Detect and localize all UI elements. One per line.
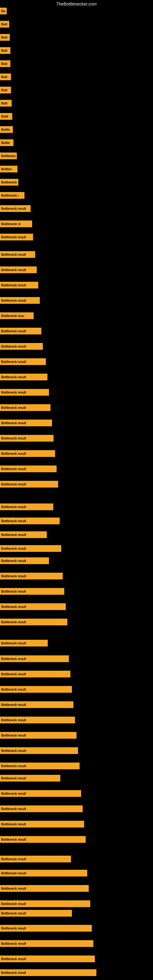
bar-fill: Bottleneck result (0, 655, 69, 662)
bar-label: Bottleneck result (1, 719, 26, 722)
bar-label: Bottleneck result (1, 620, 26, 624)
bar-fill: Bottle (0, 126, 13, 133)
bar-item: Bottleneck result (0, 404, 51, 411)
bar-fill: Bottleneck result (0, 747, 78, 754)
bar-item: Bottleneck result (0, 343, 43, 350)
bar-label: Bottleneck result (1, 912, 26, 915)
bar-label: Bottleneck result (1, 776, 26, 780)
bar-item: Bottleneck result (0, 205, 30, 212)
bar-item: Bott (0, 73, 11, 80)
bar-label: Bottleneck result (1, 838, 26, 841)
bar-label: Bott (1, 49, 7, 52)
bar-item: Bottleneck result (0, 358, 46, 365)
bar-label: Bottleneck resu (1, 314, 24, 318)
bar-label: Bottleneck result (1, 657, 26, 660)
bar-label: Bottleneck result (1, 957, 26, 961)
bar-label: Bottleneck result (1, 734, 26, 737)
bar-fill: Bottleneck result (0, 557, 49, 564)
bar-item: Bott (0, 34, 10, 41)
bar-label: Bottleneck result (1, 942, 26, 945)
bar-label: Bottleneck result (1, 887, 26, 890)
bar-label: Bott (1, 62, 7, 65)
bar-label: Bott (1, 102, 7, 105)
bar-item: Bottleneck result (0, 557, 49, 564)
bar-label: Bottleneck result (1, 605, 26, 609)
bar-label: Bottleneck r (1, 194, 19, 197)
bar-item: Bottleneck result (0, 885, 89, 892)
bar-item: Bottle (0, 139, 13, 146)
bar-fill: Bottleneck result (0, 234, 33, 240)
bar-item: Bottleneck result (0, 762, 80, 769)
bar-item: Bottleneck result (0, 573, 63, 579)
bar-label: Bottleneck result (1, 688, 26, 691)
bar-fill: Bottleneck result (0, 969, 96, 976)
bar-item: Bottleneck result (0, 619, 67, 625)
site-title: TheBottlenecker.com (56, 2, 97, 6)
bar-item: Bottleneck result (0, 775, 60, 781)
bar-item: Bottleneck result (0, 450, 55, 457)
bar-fill: Bottleneck result (0, 956, 95, 962)
bar-fill: Bottleneck result (0, 885, 89, 892)
bar-item: Bottleneck (0, 179, 18, 186)
bar-label: Bottleneck result (1, 749, 26, 752)
bar-fill: Bottleneck result (0, 358, 46, 365)
bar-fill: Bottleneck result (0, 836, 86, 843)
bar-label: Bottleneck result (1, 902, 26, 905)
bar-item: Bottleneck result (0, 805, 83, 812)
bar-label: Bottle (1, 128, 10, 131)
bar-item: Bottle (0, 126, 13, 133)
bar-fill: Bottleneck result (0, 251, 35, 258)
bar-item: Bottleneck resu (0, 312, 33, 319)
bar-fill: Bottleneck result (0, 619, 67, 625)
bar-fill: Bottleneck result (0, 450, 55, 457)
bar-fill: Bottleneck re (0, 221, 32, 227)
bar-fill: Bottleneck (0, 179, 18, 186)
bar-fill: Bottleneck result (0, 732, 76, 739)
bar-item: Bott (0, 100, 12, 107)
bar-item: Bottleneck r (0, 192, 24, 199)
bar-label: Bottle (1, 141, 10, 145)
bar-fill: Bottle (0, 139, 13, 146)
bar-item: Bottleneck result (0, 603, 66, 610)
bar-item: Bottleneck result (0, 234, 33, 240)
bar-label: Bo (1, 10, 5, 13)
bar-fill: Bottleneck result (0, 925, 92, 932)
bar-fill: Bottleneck result (0, 686, 72, 693)
bar-label: Bott (1, 23, 7, 26)
bar-fill: Bott (0, 21, 9, 27)
bar-fill: Bottleneck result (0, 640, 48, 646)
bar-fill: Bottleneck result (0, 762, 80, 769)
bar-item: Bottleneck result (0, 910, 72, 916)
bar-label: Bottleneck result (1, 519, 26, 523)
bar-fill: Bottleneck result (0, 900, 90, 907)
bar-label: Bottleneck result (1, 505, 26, 509)
bar-label: Bottleneck result (1, 422, 26, 425)
bar-item: Bott (0, 60, 10, 67)
bar-item: Bottleneck result (0, 328, 41, 334)
bar-label: Bottleneck result (1, 703, 26, 706)
bar-item: Bottleneck result (0, 790, 81, 797)
bar-item: Bottleneck result (0, 717, 75, 723)
bar-fill: Bo (0, 8, 7, 14)
bar-item: Bott (0, 47, 10, 54)
bar-fill: Bottleneck result (0, 374, 48, 380)
bar-item: Bottleneck result (0, 420, 52, 426)
bar-label: Bottleneck result (1, 574, 26, 578)
bar-item: Bottlen (0, 166, 18, 172)
bar-item: Bo (0, 8, 7, 14)
bar-item: Bottleneck result (0, 701, 73, 708)
bar-fill: Bottl (0, 113, 12, 120)
bar-label: Bottleneck result (1, 858, 26, 861)
bar-item: Bottleneck result (0, 266, 37, 273)
bar-fill: Bottleneck result (0, 297, 40, 304)
bar-label: Bottleneck result (1, 764, 26, 768)
bar-item: Bottl (0, 113, 12, 120)
bar-label: Bottleneck result (1, 253, 26, 256)
bar-label: Bottleneck result (1, 641, 26, 645)
bar-fill: Bott (0, 87, 11, 94)
bar-item: Bottleneck result (0, 821, 84, 827)
bar-fill: Bottleneck result (0, 856, 71, 862)
bar-item: Bottleneck result (0, 481, 58, 488)
bar-label: Bottleneck result (1, 437, 26, 440)
bar-item: Bottleneck (0, 153, 17, 159)
